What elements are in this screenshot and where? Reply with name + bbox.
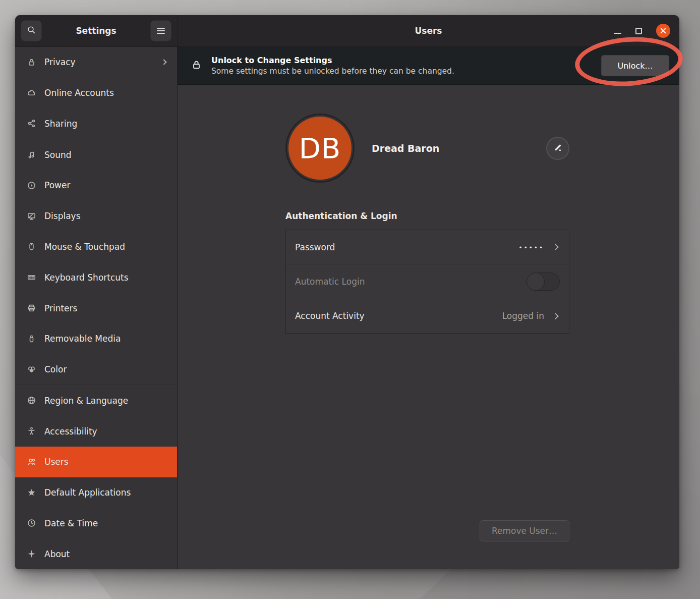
- sidebar-item-displays[interactable]: Displays: [15, 201, 177, 232]
- unlock-button[interactable]: Unlock…: [601, 55, 669, 76]
- sidebar-item-power[interactable]: Power: [15, 170, 177, 201]
- password-label: Password: [295, 242, 335, 252]
- lock-icon: [26, 57, 36, 67]
- sidebar-item-date-time[interactable]: Date & Time: [15, 508, 177, 538]
- sidebar-item-users[interactable]: Users: [15, 447, 177, 477]
- hamburger-icon: [157, 28, 165, 34]
- settings-window: Settings Privacy Online Accounts Sharing: [15, 15, 679, 569]
- sidebar-item-label: About: [44, 549, 70, 559]
- globe-icon: [26, 396, 36, 406]
- minimize-button[interactable]: [614, 33, 621, 34]
- window-title: Users: [415, 26, 442, 36]
- sidebar-item-label: Online Accounts: [44, 88, 114, 98]
- sidebar-item-online-accounts[interactable]: Online Accounts: [15, 78, 177, 108]
- toggle-knob: [527, 273, 545, 291]
- automatic-login-toggle[interactable]: [527, 273, 560, 291]
- sidebar-header: Settings: [15, 15, 177, 47]
- main-panel: Users Unlock to Change Settings Some set…: [178, 15, 679, 569]
- sidebar-list: Privacy Online Accounts Sharing Sound Po…: [15, 47, 177, 569]
- sidebar-item-mouse-touchpad[interactable]: Mouse & Touchpad: [15, 232, 177, 262]
- chevron-right-icon: [552, 244, 559, 250]
- mouse-icon: [26, 242, 36, 252]
- account-activity-row[interactable]: Account Activity Logged in: [286, 299, 569, 333]
- star-icon: [26, 487, 36, 498]
- password-row[interactable]: Password •••••: [286, 230, 569, 264]
- window-controls: [614, 15, 670, 46]
- titlebar: Users: [178, 15, 679, 47]
- automatic-login-row: Automatic Login: [286, 264, 569, 298]
- chevron-right-icon: [552, 313, 559, 319]
- close-button[interactable]: [656, 24, 670, 38]
- printer-icon: [26, 303, 36, 313]
- maximize-button[interactable]: [635, 28, 642, 34]
- banner-title: Unlock to Change Settings: [211, 56, 454, 65]
- users-icon: [26, 457, 36, 467]
- sidebar-item-label: Keyboard Shortcuts: [44, 273, 129, 283]
- sidebar-item-default-applications[interactable]: Default Applications: [15, 477, 177, 508]
- sidebar-item-label: Region & Language: [44, 396, 128, 406]
- keyboard-icon: [26, 273, 36, 283]
- share-icon: [26, 119, 36, 129]
- edit-name-button[interactable]: [546, 137, 569, 160]
- lock-icon: [191, 59, 202, 73]
- banner-text: Unlock to Change Settings Some settings …: [211, 56, 454, 76]
- search-icon: [27, 25, 36, 37]
- users-panel-content: DB Dread Baron Authentication & Login Pa…: [178, 85, 679, 569]
- avatar-ring: DB: [285, 114, 355, 183]
- user-row: DB Dread Baron: [285, 113, 569, 184]
- sidebar-item-label: Users: [44, 457, 69, 467]
- accessibility-person-icon: [26, 426, 36, 437]
- account-activity-right: Logged in: [502, 311, 560, 321]
- chevron-right-icon: [161, 60, 166, 65]
- menu-button[interactable]: [150, 20, 171, 41]
- color-circles-icon: [26, 364, 36, 374]
- sidebar-item-label: Privacy: [44, 57, 76, 67]
- password-right: •••••: [519, 243, 560, 251]
- sidebar-item-keyboard-shortcuts[interactable]: Keyboard Shortcuts: [15, 262, 177, 293]
- avatar[interactable]: DB: [288, 117, 352, 180]
- pencil-icon: [553, 142, 563, 154]
- sidebar-item-label: Color: [44, 364, 67, 374]
- sidebar-item-label: Default Applications: [44, 487, 131, 498]
- sparkle-icon: [26, 549, 36, 559]
- sidebar-item-label: Removable Media: [44, 334, 121, 344]
- auth-login-list: Password ••••• Automatic Login Account A…: [285, 230, 569, 334]
- clock-icon: [26, 518, 36, 528]
- monitor-icon: [26, 211, 36, 221]
- automatic-login-right: [527, 273, 560, 291]
- sidebar-item-label: Displays: [44, 211, 81, 221]
- sidebar-item-printers[interactable]: Printers: [15, 293, 177, 323]
- sidebar-item-about[interactable]: About: [15, 538, 177, 569]
- sidebar-item-label: Accessibility: [44, 426, 97, 437]
- flash-drive-icon: [26, 334, 36, 344]
- sidebar-title: Settings: [76, 26, 116, 36]
- sidebar-item-label: Date & Time: [44, 518, 98, 528]
- sidebar-item-privacy[interactable]: Privacy: [15, 47, 177, 78]
- account-activity-label: Account Activity: [295, 311, 365, 321]
- banner-subtitle: Some settings must be unlocked before th…: [211, 67, 454, 76]
- power-bolt-icon: [26, 180, 36, 190]
- remove-user-button[interactable]: Remove User…: [480, 520, 569, 541]
- sidebar-item-label: Sharing: [44, 119, 77, 129]
- music-note-icon: [26, 150, 36, 160]
- password-dots: •••••: [519, 243, 544, 251]
- sidebar-item-label: Sound: [44, 150, 72, 160]
- sidebar-item-label: Mouse & Touchpad: [44, 242, 125, 252]
- automatic-login-label: Automatic Login: [295, 277, 365, 287]
- account-activity-value: Logged in: [502, 311, 544, 321]
- search-button[interactable]: [21, 20, 42, 41]
- sidebar-item-sharing[interactable]: Sharing: [15, 108, 177, 139]
- sidebar-item-accessibility[interactable]: Accessibility: [15, 416, 177, 447]
- cloud-icon: [26, 88, 36, 98]
- sidebar-item-region-language[interactable]: Region & Language: [15, 385, 177, 416]
- section-title: Authentication & Login: [285, 211, 397, 221]
- sidebar-item-removable-media[interactable]: Removable Media: [15, 323, 177, 354]
- user-name: Dread Baron: [372, 143, 439, 154]
- unlock-banner: Unlock to Change Settings Some settings …: [178, 47, 679, 85]
- sidebar: Settings Privacy Online Accounts Sharing: [15, 15, 178, 569]
- sidebar-item-sound[interactable]: Sound: [15, 139, 177, 170]
- sidebar-item-color[interactable]: Color: [15, 354, 177, 385]
- sidebar-item-label: Power: [44, 180, 70, 190]
- sidebar-item-label: Printers: [44, 303, 77, 313]
